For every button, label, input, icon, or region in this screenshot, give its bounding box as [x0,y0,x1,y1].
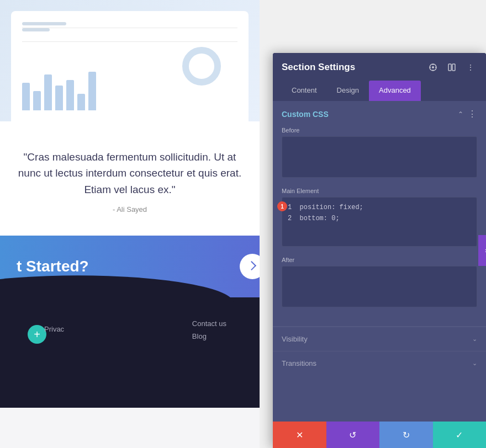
cta-button[interactable] [240,254,260,279]
custom-css-section: Custom CSS ⌃ ⋮ Before Main Element 1 [273,101,486,327]
more-options-icon[interactable]: ⋮ [464,61,477,74]
section-actions: ⌃ ⋮ [458,109,477,119]
tab-design[interactable]: Design [327,81,369,101]
after-field-group: After [282,257,477,310]
main-element-label: Main Element [282,188,477,194]
before-textarea[interactable] [282,136,477,178]
transitions-section: Transitions ⌄ [273,351,486,375]
columns-icon[interactable] [445,61,458,74]
transitions-title: Transitions [282,359,316,367]
add-section-button[interactable]: + [28,325,46,344]
right-edge-toggle[interactable]: › [478,235,486,266]
footer-privacy: Privac [44,325,64,333]
mock-circle [182,47,221,86]
footer-links: Contact us Blog [192,319,226,340]
redo-button[interactable]: ↻ [379,422,433,448]
main-element-wrapper: 1 1 position: fixed; 2 bottom: 0; [282,197,477,249]
quote-author: - Ali Sayed [17,205,243,214]
cta-heading: t Started? [17,258,243,275]
after-textarea[interactable] [282,266,477,307]
visibility-section: Visibility ⌄ [273,327,486,351]
panel-footer: ✕ ↺ ↻ ✓ [273,422,486,448]
mock-lines [22,22,66,31]
footer-link-contact[interactable]: Contact us [192,319,226,328]
cta-arrow-icon [247,261,256,270]
panel-body[interactable]: Custom CSS ⌃ ⋮ Before Main Element 1 [273,101,486,422]
css-fields: Before Main Element 1 1 position: fixed;… [273,127,486,326]
svg-rect-6 [448,64,451,71]
panel-tabs: Content Design Advanced [282,81,477,101]
panel-title: Section Settings [282,62,355,73]
settings-panel: Section Settings ⋮ Content Design Advanc… [273,53,486,448]
canvas-top [0,0,260,121]
before-field-group: Before [282,127,477,180]
visibility-title: Visibility [282,335,308,343]
panel-title-row: Section Settings ⋮ [282,61,477,74]
transitions-header[interactable]: Transitions ⌄ [282,351,477,375]
target-icon[interactable] [426,61,440,74]
visibility-chevron: ⌄ [472,335,477,343]
main-element-textarea[interactable]: 1 position: fixed; 2 bottom: 0; [282,197,477,247]
svg-point-1 [432,66,434,68]
error-badge: 1 [277,201,287,211]
canvas-area: "Cras malesuada fermentum sollicitudin. … [0,0,260,448]
custom-css-header[interactable]: Custom CSS ⌃ ⋮ [273,101,486,127]
confirm-button[interactable]: ✓ [433,422,487,448]
transitions-chevron: ⌄ [472,360,477,367]
canvas-footer: + Privac Contact us Blog [0,297,260,408]
dashboard-mockup [11,11,249,121]
quote-text: "Cras malesuada fermentum sollicitudin. … [17,149,243,198]
section-menu-icon[interactable]: ⋮ [468,109,477,119]
footer-link-blog[interactable]: Blog [192,332,226,340]
tab-advanced[interactable]: Advanced [369,81,421,101]
panel-header: Section Settings ⋮ Content Design Advanc… [273,53,486,101]
main-element-field-group: Main Element 1 1 position: fixed; 2 bott… [282,188,477,249]
visibility-header[interactable]: Visibility ⌄ [282,327,477,351]
before-label: Before [282,127,477,134]
collapse-icon[interactable]: ⌃ [458,110,463,118]
tab-content[interactable]: Content [282,81,327,101]
canvas-quote-section: "Cras malesuada fermentum sollicitudin. … [0,121,260,236]
after-label: After [282,257,477,263]
custom-css-title: Custom CSS [282,110,329,119]
mock-bars [22,72,96,110]
svg-rect-7 [452,64,455,71]
undo-button[interactable]: ↺ [326,422,380,448]
cancel-button[interactable]: ✕ [273,422,326,448]
panel-icons: ⋮ [426,61,477,74]
